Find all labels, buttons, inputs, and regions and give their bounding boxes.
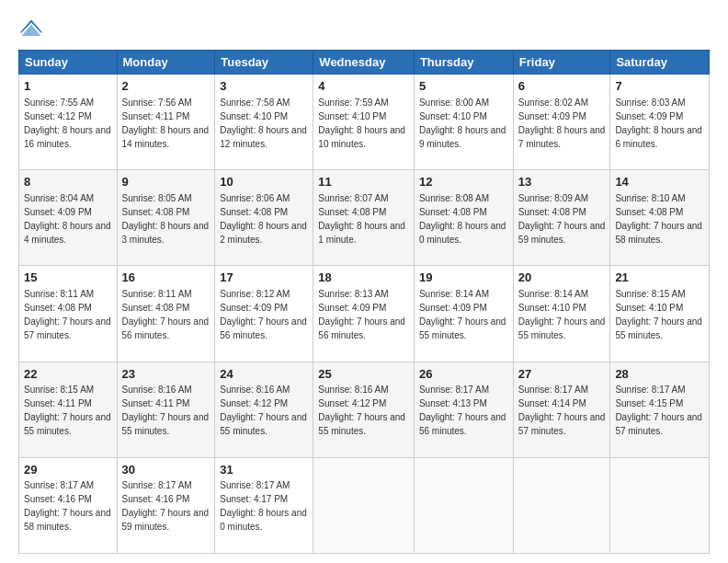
calendar-cell: 27 Sunrise: 8:17 AMSunset: 4:14 PMDaylig… xyxy=(513,362,610,457)
day-number: 7 xyxy=(615,78,704,95)
day-number: 4 xyxy=(318,78,409,95)
day-info: Sunrise: 8:09 AMSunset: 4:08 PMDaylight:… xyxy=(518,193,606,245)
day-info: Sunrise: 8:02 AMSunset: 4:09 PMDaylight:… xyxy=(518,98,606,149)
day-number: 8 xyxy=(24,174,112,190)
day-number: 1 xyxy=(24,78,112,95)
calendar-cell: 29 Sunrise: 8:17 AMSunset: 4:16 PMDaylig… xyxy=(19,457,118,553)
logo xyxy=(18,17,48,42)
day-number: 2 xyxy=(122,78,210,95)
day-number: 18 xyxy=(318,270,409,286)
day-info: Sunrise: 8:13 AMSunset: 4:09 PMDaylight:… xyxy=(318,289,405,340)
day-info: Sunrise: 8:17 AMSunset: 4:14 PMDaylight:… xyxy=(518,385,606,436)
day-number: 23 xyxy=(122,366,210,383)
day-info: Sunrise: 8:12 AMSunset: 4:09 PMDaylight:… xyxy=(220,289,307,340)
day-number: 3 xyxy=(220,78,308,95)
calendar-header-row: SundayMondayTuesdayWednesdayThursdayFrid… xyxy=(19,51,710,75)
calendar-cell: 22 Sunrise: 8:15 AMSunset: 4:11 PMDaylig… xyxy=(19,362,118,457)
page: SundayMondayTuesdayWednesdayThursdayFrid… xyxy=(0,0,728,563)
calendar-cell: 10 Sunrise: 8:06 AMSunset: 4:08 PMDaylig… xyxy=(215,170,313,266)
day-number: 12 xyxy=(419,174,508,190)
calendar-cell: 2 Sunrise: 7:56 AMSunset: 4:11 PMDayligh… xyxy=(117,75,215,170)
calendar-cell: 5 Sunrise: 8:00 AMSunset: 4:10 PMDayligh… xyxy=(414,75,513,170)
calendar-cell: 21 Sunrise: 8:15 AMSunset: 4:10 PMDaylig… xyxy=(610,266,710,362)
calendar-cell: 19 Sunrise: 8:14 AMSunset: 4:09 PMDaylig… xyxy=(414,266,513,362)
day-number: 6 xyxy=(518,78,606,95)
day-info: Sunrise: 8:06 AMSunset: 4:08 PMDaylight:… xyxy=(220,193,307,245)
calendar-cell: 23 Sunrise: 8:16 AMSunset: 4:11 PMDaylig… xyxy=(117,362,215,457)
svg-marker-1 xyxy=(22,25,41,36)
day-number: 9 xyxy=(122,174,210,190)
calendar-cell: 9 Sunrise: 8:05 AMSunset: 4:08 PMDayligh… xyxy=(117,170,215,266)
calendar-header-tuesday: Tuesday xyxy=(215,51,313,75)
calendar-cell: 4 Sunrise: 7:59 AMSunset: 4:10 PMDayligh… xyxy=(313,75,415,170)
day-info: Sunrise: 8:16 AMSunset: 4:12 PMDaylight:… xyxy=(220,385,307,436)
day-info: Sunrise: 8:17 AMSunset: 4:16 PMDaylight:… xyxy=(122,480,210,532)
day-number: 26 xyxy=(419,366,508,383)
day-info: Sunrise: 8:15 AMSunset: 4:10 PMDaylight:… xyxy=(615,289,702,340)
day-info: Sunrise: 8:16 AMSunset: 4:12 PMDaylight:… xyxy=(318,385,405,436)
day-info: Sunrise: 8:14 AMSunset: 4:10 PMDaylight:… xyxy=(518,289,606,340)
calendar-cell: 14 Sunrise: 8:10 AMSunset: 4:08 PMDaylig… xyxy=(610,170,710,266)
calendar-header-sunday: Sunday xyxy=(19,51,118,75)
calendar-cell: 15 Sunrise: 8:11 AMSunset: 4:08 PMDaylig… xyxy=(19,266,118,362)
day-info: Sunrise: 8:11 AMSunset: 4:08 PMDaylight:… xyxy=(24,289,111,340)
day-number: 20 xyxy=(518,270,606,286)
calendar-cell: 17 Sunrise: 8:12 AMSunset: 4:09 PMDaylig… xyxy=(215,266,313,362)
calendar-cell: 28 Sunrise: 8:17 AMSunset: 4:15 PMDaylig… xyxy=(610,362,710,457)
calendar-header-thursday: Thursday xyxy=(414,51,513,75)
day-info: Sunrise: 8:08 AMSunset: 4:08 PMDaylight:… xyxy=(419,193,506,245)
day-info: Sunrise: 8:17 AMSunset: 4:15 PMDaylight:… xyxy=(615,385,702,436)
calendar-cell: 6 Sunrise: 8:02 AMSunset: 4:09 PMDayligh… xyxy=(513,75,610,170)
day-info: Sunrise: 8:10 AMSunset: 4:08 PMDaylight:… xyxy=(615,193,702,245)
day-number: 14 xyxy=(615,174,704,190)
calendar-cell xyxy=(513,457,610,553)
calendar-cell: 30 Sunrise: 8:17 AMSunset: 4:16 PMDaylig… xyxy=(117,457,215,553)
calendar-week-1: 1 Sunrise: 7:55 AMSunset: 4:12 PMDayligh… xyxy=(19,75,710,170)
day-number: 10 xyxy=(220,174,308,190)
calendar-header-saturday: Saturday xyxy=(610,51,710,75)
calendar-cell: 1 Sunrise: 7:55 AMSunset: 4:12 PMDayligh… xyxy=(19,75,118,170)
day-info: Sunrise: 7:56 AMSunset: 4:11 PMDaylight:… xyxy=(122,98,210,149)
day-number: 17 xyxy=(220,270,308,286)
calendar-cell: 25 Sunrise: 8:16 AMSunset: 4:12 PMDaylig… xyxy=(313,362,415,457)
calendar-cell: 26 Sunrise: 8:17 AMSunset: 4:13 PMDaylig… xyxy=(414,362,513,457)
day-info: Sunrise: 8:17 AMSunset: 4:13 PMDaylight:… xyxy=(419,385,506,436)
day-info: Sunrise: 8:03 AMSunset: 4:09 PMDaylight:… xyxy=(615,98,702,149)
day-info: Sunrise: 8:15 AMSunset: 4:11 PMDaylight:… xyxy=(24,385,111,436)
day-number: 22 xyxy=(24,366,112,383)
calendar-cell: 18 Sunrise: 8:13 AMSunset: 4:09 PMDaylig… xyxy=(313,266,415,362)
day-info: Sunrise: 8:00 AMSunset: 4:10 PMDaylight:… xyxy=(419,98,506,149)
day-number: 29 xyxy=(24,462,112,478)
calendar-cell: 20 Sunrise: 8:14 AMSunset: 4:10 PMDaylig… xyxy=(513,266,610,362)
day-info: Sunrise: 8:17 AMSunset: 4:16 PMDaylight:… xyxy=(24,480,111,532)
day-number: 11 xyxy=(318,174,409,190)
calendar-header-monday: Monday xyxy=(117,51,215,75)
day-number: 30 xyxy=(122,462,210,478)
day-number: 25 xyxy=(318,366,409,383)
calendar-cell: 24 Sunrise: 8:16 AMSunset: 4:12 PMDaylig… xyxy=(215,362,313,457)
calendar-week-4: 22 Sunrise: 8:15 AMSunset: 4:11 PMDaylig… xyxy=(19,362,710,457)
calendar-cell: 11 Sunrise: 8:07 AMSunset: 4:08 PMDaylig… xyxy=(313,170,415,266)
day-info: Sunrise: 8:14 AMSunset: 4:09 PMDaylight:… xyxy=(419,289,506,340)
day-info: Sunrise: 8:17 AMSunset: 4:17 PMDaylight:… xyxy=(220,480,307,532)
calendar-week-2: 8 Sunrise: 8:04 AMSunset: 4:09 PMDayligh… xyxy=(19,170,710,266)
day-number: 28 xyxy=(615,366,704,383)
header xyxy=(18,17,710,42)
calendar-cell: 8 Sunrise: 8:04 AMSunset: 4:09 PMDayligh… xyxy=(19,170,118,266)
logo-icon xyxy=(18,17,44,42)
calendar-cell: 12 Sunrise: 8:08 AMSunset: 4:08 PMDaylig… xyxy=(414,170,513,266)
calendar-cell: 13 Sunrise: 8:09 AMSunset: 4:08 PMDaylig… xyxy=(513,170,610,266)
day-info: Sunrise: 8:16 AMSunset: 4:11 PMDaylight:… xyxy=(122,385,210,436)
day-number: 15 xyxy=(24,270,112,286)
calendar-table: SundayMondayTuesdayWednesdayThursdayFrid… xyxy=(18,50,710,554)
day-number: 21 xyxy=(615,270,704,286)
calendar-cell xyxy=(610,457,710,553)
day-number: 31 xyxy=(220,462,308,478)
calendar-cell: 16 Sunrise: 8:11 AMSunset: 4:08 PMDaylig… xyxy=(117,266,215,362)
day-info: Sunrise: 7:58 AMSunset: 4:10 PMDaylight:… xyxy=(220,98,307,149)
day-number: 19 xyxy=(419,270,508,286)
calendar-week-5: 29 Sunrise: 8:17 AMSunset: 4:16 PMDaylig… xyxy=(19,457,710,553)
day-info: Sunrise: 8:11 AMSunset: 4:08 PMDaylight:… xyxy=(122,289,210,340)
day-number: 16 xyxy=(122,270,210,286)
calendar-cell xyxy=(414,457,513,553)
